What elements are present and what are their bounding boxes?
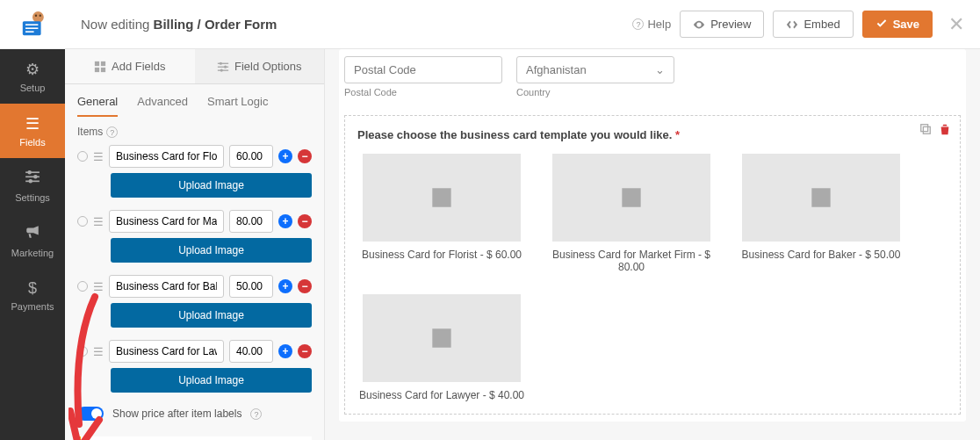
nav-fields[interactable]: ☰ Fields xyxy=(0,104,65,158)
item-price-input[interactable] xyxy=(229,210,273,233)
radio-default[interactable] xyxy=(77,346,88,357)
item-price-input[interactable] xyxy=(229,340,273,363)
nav-label: Fields xyxy=(19,137,45,148)
image-placeholder xyxy=(552,154,710,242)
svg-point-25 xyxy=(436,191,439,195)
help-link[interactable]: ? Help xyxy=(632,18,671,31)
nav-setup[interactable]: ⚙ Setup xyxy=(0,49,65,104)
info-box: Images are not cropped or resized. For b… xyxy=(77,436,312,440)
item-price-input[interactable] xyxy=(229,145,273,168)
template-card[interactable]: Business Card for Baker - $ 50.00 xyxy=(737,154,905,273)
svg-rect-9 xyxy=(25,181,40,183)
image-placeholder xyxy=(742,154,900,242)
template-field-block[interactable]: Please choose the business card template… xyxy=(344,115,961,415)
duplicate-icon[interactable] xyxy=(919,123,932,138)
save-button[interactable]: Save xyxy=(862,11,933,38)
nav-payments[interactable]: $ Payments xyxy=(0,269,65,322)
svg-point-28 xyxy=(436,332,439,335)
show-price-toggle[interactable] xyxy=(77,407,104,421)
svg-rect-15 xyxy=(95,67,99,71)
add-item-button[interactable]: + xyxy=(278,279,292,293)
svg-point-20 xyxy=(220,61,222,64)
add-item-button[interactable]: + xyxy=(278,214,292,228)
grid-icon xyxy=(94,61,106,73)
sliders-icon xyxy=(217,61,229,73)
radio-default[interactable] xyxy=(77,151,88,162)
nav-label: Settings xyxy=(15,192,50,203)
help-icon[interactable]: ? xyxy=(106,126,118,138)
card-label: Business Card for Lawyer - $ 40.00 xyxy=(359,389,524,401)
trash-icon[interactable] xyxy=(939,123,951,138)
preview-button[interactable]: Preview xyxy=(680,11,764,38)
wpforms-logo-icon xyxy=(18,11,47,37)
delete-item-button[interactable]: − xyxy=(298,214,312,228)
card-label: Business Card for Baker - $ 50.00 xyxy=(742,249,901,261)
radio-default[interactable] xyxy=(77,281,88,292)
toggle-label: Show price after item labels xyxy=(112,408,241,420)
add-item-button[interactable]: + xyxy=(278,149,292,163)
drag-handle-icon[interactable]: ☰ xyxy=(93,215,104,228)
embed-button[interactable]: Embed xyxy=(773,11,853,38)
svg-rect-14 xyxy=(101,61,105,65)
svg-rect-18 xyxy=(218,66,228,67)
item-name-input[interactable] xyxy=(109,145,224,168)
nav-label: Setup xyxy=(20,83,46,93)
add-item-button[interactable]: + xyxy=(278,344,292,358)
svg-rect-24 xyxy=(923,126,930,133)
bullhorn-icon xyxy=(25,224,40,244)
subtab-general[interactable]: General xyxy=(77,95,118,117)
subtab-smart-logic[interactable]: Smart Logic xyxy=(207,95,268,117)
nav-label: Payments xyxy=(11,301,54,312)
item-row: ☰ + − xyxy=(77,340,312,363)
page-title: Now editing Billing / Order Form xyxy=(81,17,277,32)
postal-code-input[interactable]: Postal Code xyxy=(344,56,502,83)
svg-point-27 xyxy=(815,191,818,195)
nav-sidebar: ⚙ Setup ☰ Fields Settings Marketing $ Pa… xyxy=(0,0,65,440)
svg-rect-6 xyxy=(25,31,34,32)
svg-point-0 xyxy=(32,11,44,23)
upload-image-button[interactable]: Upload Image xyxy=(111,368,312,393)
drag-handle-icon[interactable]: ☰ xyxy=(93,280,104,293)
preview-canvas: Postal Code Postal Code Afghanistan ⌄ Co… xyxy=(325,49,980,440)
close-icon[interactable]: ✕ xyxy=(948,13,964,36)
svg-rect-13 xyxy=(95,61,99,65)
item-name-input[interactable] xyxy=(109,210,224,233)
subtab-advanced[interactable]: Advanced xyxy=(137,95,188,117)
delete-item-button[interactable]: − xyxy=(298,344,312,358)
radio-default[interactable] xyxy=(77,216,88,227)
items-label: Items ? xyxy=(77,126,312,138)
options-panel: Add Fields Field Options General Advance… xyxy=(65,49,325,440)
svg-point-22 xyxy=(220,69,223,71)
svg-point-2 xyxy=(40,14,41,16)
image-placeholder xyxy=(363,294,521,382)
item-price-input[interactable] xyxy=(229,275,273,298)
help-icon[interactable]: ? xyxy=(250,408,262,420)
upload-image-button[interactable]: Upload Image xyxy=(111,238,312,263)
svg-rect-4 xyxy=(25,24,38,25)
tab-add-fields[interactable]: Add Fields xyxy=(65,49,195,83)
item-name-input[interactable] xyxy=(109,340,224,363)
upload-image-button[interactable]: Upload Image xyxy=(111,303,312,328)
tab-field-options[interactable]: Field Options xyxy=(195,49,325,83)
item-name-input[interactable] xyxy=(109,275,224,298)
postal-code-label: Postal Code xyxy=(344,87,502,97)
list-icon: ☰ xyxy=(25,114,40,133)
template-card[interactable]: Business Card for Market Firm - $ 80.00 xyxy=(547,154,716,273)
delete-item-button[interactable]: − xyxy=(298,279,312,293)
country-select[interactable]: Afghanistan ⌄ xyxy=(516,56,674,83)
nav-settings[interactable]: Settings xyxy=(0,158,65,213)
check-icon xyxy=(876,18,888,31)
template-card[interactable]: Business Card for Florist - $ 60.00 xyxy=(357,154,526,273)
image-placeholder xyxy=(363,154,521,242)
nav-marketing[interactable]: Marketing xyxy=(0,213,65,269)
logo xyxy=(0,0,65,49)
drag-handle-icon[interactable]: ☰ xyxy=(93,150,104,163)
upload-image-button[interactable]: Upload Image xyxy=(111,173,312,198)
template-card[interactable]: Business Card for Lawyer - $ 40.00 xyxy=(357,294,526,401)
delete-item-button[interactable]: − xyxy=(298,149,312,163)
svg-rect-17 xyxy=(218,62,228,63)
chevron-down-icon: ⌄ xyxy=(655,63,665,76)
svg-rect-5 xyxy=(25,27,38,29)
drag-handle-icon[interactable]: ☰ xyxy=(93,345,104,358)
svg-point-12 xyxy=(29,179,33,184)
